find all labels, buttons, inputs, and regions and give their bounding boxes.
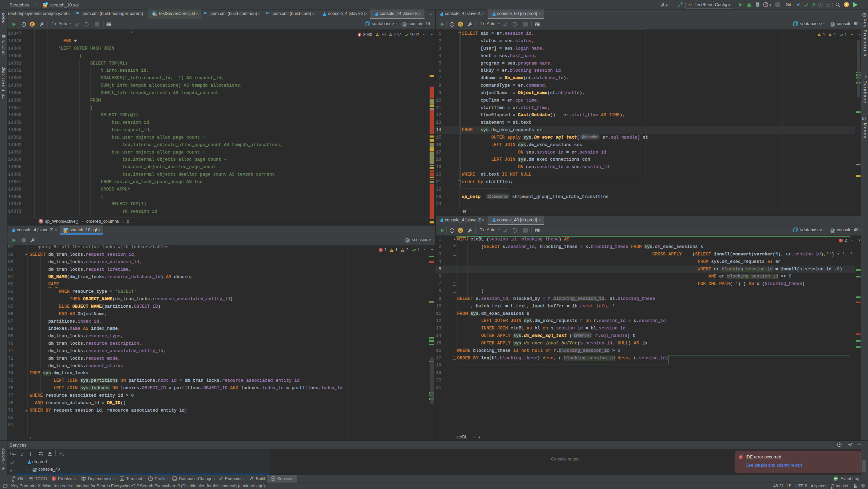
svg-text:9+: 9+ [834, 477, 837, 480]
svg-text:R: R [40, 220, 42, 223]
